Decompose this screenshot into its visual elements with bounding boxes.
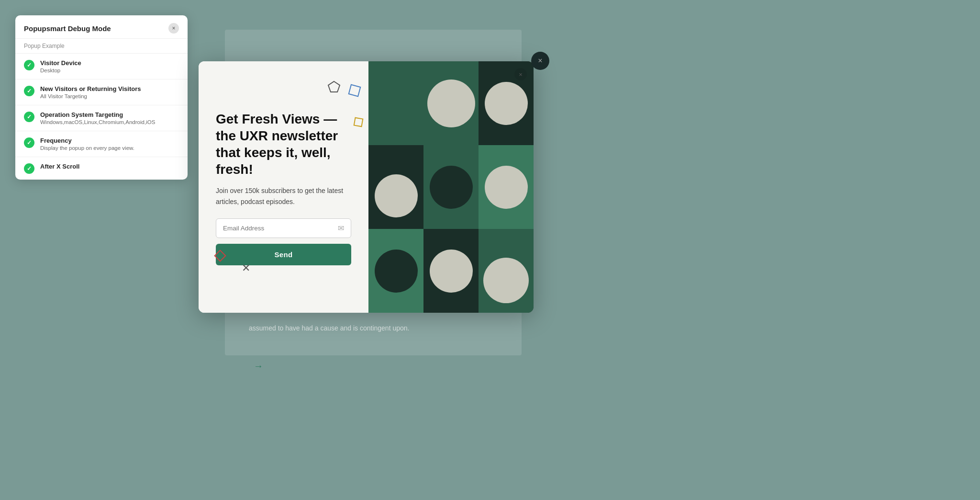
debug-panel: Popupsmart Debug Mode × Popup Example Vi… <box>15 15 188 180</box>
email-input-row: ✉ <box>216 218 351 238</box>
send-button[interactable]: Send <box>216 244 351 265</box>
check-icon-os-targeting <box>24 112 34 122</box>
geo-circle-4 <box>485 166 528 209</box>
geo-cell-6 <box>479 145 534 229</box>
debug-item-label-frequency: Frequency <box>40 137 134 144</box>
debug-item-label-visitor-device: Visitor Device <box>40 59 81 67</box>
email-input[interactable] <box>216 219 331 238</box>
debug-close-button[interactable]: × <box>168 23 179 34</box>
debug-item-os-targeting: Operation System Targeting Windows,macOS… <box>15 105 188 131</box>
debug-item-value-frequency: Display the popup on every page view. <box>40 145 134 151</box>
geo-cell-7 <box>368 229 423 313</box>
debug-panel-header: Popupsmart Debug Mode × <box>15 15 188 39</box>
geo-circle-2 <box>485 82 528 125</box>
popup-dark-close-button[interactable]: × <box>531 52 549 70</box>
geo-cell-4 <box>368 145 423 229</box>
blue-square-decoration-icon <box>348 84 361 97</box>
geo-circle-6 <box>430 250 473 293</box>
geo-half-circle-1 <box>375 174 418 217</box>
debug-subtitle: Popup Example <box>15 39 188 54</box>
debug-item-visitor-device: Visitor Device Desktop <box>15 54 188 80</box>
pentagon-decoration-icon <box>327 80 341 94</box>
debug-item-value-new-visitors: All Visitor Targeting <box>40 93 141 99</box>
modal-subtext: Join over 150k subscribers to get the la… <box>216 185 351 207</box>
check-icon-frequency <box>24 137 34 148</box>
email-icon: ✉ <box>331 224 351 233</box>
debug-panel-title: Popupsmart Debug Mode <box>24 24 111 33</box>
geo-cell-5 <box>423 145 479 229</box>
geo-circle-3 <box>430 166 473 209</box>
debug-item-label-new-visitors: New Visitors or Returning Visitors <box>40 85 141 92</box>
debug-item-frequency: Frequency Display the popup on every pag… <box>15 131 188 157</box>
modal-right-geometric <box>368 61 534 313</box>
debug-item-new-visitors: New Visitors or Returning Visitors All V… <box>15 80 188 105</box>
geo-circle-5 <box>375 250 418 293</box>
debug-item-after-scroll: After X Scroll <box>15 157 188 180</box>
newsletter-modal: × Get Fresh Views — the UXR newsletter t… <box>199 61 534 313</box>
geo-circle-1 <box>427 80 475 127</box>
modal-headline: Get Fresh Views — the UXR newsletter tha… <box>216 111 351 178</box>
modal-close-button[interactable]: × <box>514 68 527 80</box>
geo-half-circle-2 <box>483 258 529 303</box>
debug-item-value-os-targeting: Windows,macOS,Linux,Chromium,Android,iOS <box>40 119 155 125</box>
check-icon-visitor-device <box>24 60 34 70</box>
debug-item-label-after-scroll: After X Scroll <box>40 163 79 170</box>
modal-left-content: Get Fresh Views — the UXR newsletter tha… <box>199 61 368 313</box>
debug-item-label-os-targeting: Operation System Targeting <box>40 111 155 118</box>
background-arrow: → <box>254 361 263 372</box>
gold-square-decoration-icon <box>354 117 364 127</box>
debug-items-list: Visitor Device Desktop New Visitors or R… <box>15 54 188 180</box>
check-icon-after-scroll <box>24 163 34 174</box>
cross-decoration-icon: ✕ <box>242 262 250 274</box>
geo-cell-9 <box>479 229 534 313</box>
background-text: assumed to have had a cause and is conti… <box>249 324 440 332</box>
check-icon-new-visitors <box>24 86 34 96</box>
geo-cell-1 <box>368 61 423 145</box>
geo-cell-8 <box>423 229 479 313</box>
debug-item-value-visitor-device: Desktop <box>40 68 81 73</box>
geo-cell-2 <box>423 61 479 145</box>
svg-marker-0 <box>328 81 340 92</box>
